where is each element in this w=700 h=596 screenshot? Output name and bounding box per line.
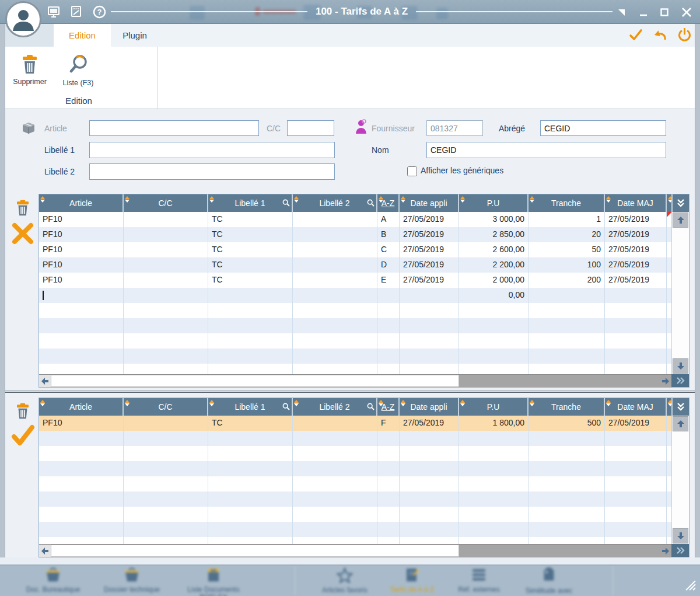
table-cell-lib1[interactable]	[208, 348, 293, 364]
table-cell-pu[interactable]	[459, 364, 528, 374]
collapse-columns-button[interactable]	[671, 194, 689, 212]
table-cell-lib1[interactable]	[208, 461, 293, 476]
table-cell-pu[interactable]	[459, 446, 528, 461]
table-cell-lib2[interactable]	[293, 273, 377, 288]
table-cell-cc[interactable]	[124, 537, 208, 544]
fournisseur-input[interactable]	[426, 120, 483, 136]
table-cell-lib2[interactable]	[293, 537, 377, 544]
table-row[interactable]	[39, 507, 671, 522]
table-cell-lib2[interactable]	[293, 364, 377, 374]
table-cell-article[interactable]: PF10	[39, 212, 124, 227]
column-header-cc[interactable]: C/C	[124, 398, 208, 416]
table-cell-az[interactable]	[377, 492, 400, 507]
close-button[interactable]	[679, 6, 694, 19]
table-cell-pu[interactable]	[459, 461, 528, 476]
table-cell-pu[interactable]: 3 000,00	[459, 212, 528, 227]
table-cell-cc[interactable]	[124, 348, 208, 364]
table-cell-date_maj[interactable]	[605, 507, 667, 522]
horizontal-scroll-thumb[interactable]	[51, 375, 459, 387]
table-cell-lib2[interactable]	[293, 212, 377, 227]
table-cell-az[interactable]: A	[377, 212, 400, 227]
table-cell-lib2[interactable]	[293, 288, 377, 303]
table-cell-date_maj[interactable]	[605, 522, 667, 537]
scroll-down-button[interactable]	[673, 528, 688, 543]
table-cell-lib2[interactable]	[293, 227, 377, 242]
column-header-article[interactable]: Article	[39, 398, 124, 416]
table-row[interactable]	[39, 364, 671, 374]
table-row[interactable]	[39, 446, 671, 461]
table-cell-lib1[interactable]: TC	[208, 212, 293, 227]
table-cell-cc[interactable]	[124, 476, 208, 492]
table-cell-lib2[interactable]	[293, 522, 377, 537]
user-avatar[interactable]	[5, 1, 41, 37]
table-cell-pu[interactable]	[459, 318, 528, 333]
table-cell-az[interactable]	[377, 537, 400, 544]
table-cell-az[interactable]: E	[377, 273, 400, 288]
table-cell-lib1[interactable]	[208, 431, 293, 446]
table-cell-lib1[interactable]	[208, 507, 293, 522]
table-cell-tranche[interactable]: 100	[528, 257, 605, 273]
table-cell-pu[interactable]: 2 000,00	[459, 273, 528, 288]
table-cell-date_maj[interactable]	[605, 461, 667, 476]
table-cell-az[interactable]	[377, 348, 400, 364]
tables-divider[interactable]	[5, 390, 695, 393]
table-cell-lib2[interactable]	[293, 416, 377, 431]
table-cell-cc[interactable]	[124, 303, 208, 318]
table-row[interactable]: PF10TCF27/05/20191 800,0050027/05/2019	[39, 416, 671, 431]
table-cell-tranche[interactable]	[528, 476, 605, 492]
table-cell-article[interactable]	[39, 431, 124, 446]
column-search-icon[interactable]	[282, 403, 290, 412]
table-cell-lib2[interactable]	[293, 242, 377, 257]
supprimer-button[interactable]: Supprimer	[6, 54, 53, 86]
table-cell-date_appli[interactable]: 27/05/2019	[400, 273, 459, 288]
scroll-up-button[interactable]	[673, 212, 688, 228]
table-cell-tranche[interactable]	[528, 364, 605, 374]
table-cell-date_appli[interactable]	[400, 303, 459, 318]
scroll-left-button[interactable]	[39, 375, 51, 387]
vertical-scrollbar[interactable]	[671, 212, 689, 374]
table-cell-date_appli[interactable]: 27/05/2019	[400, 416, 459, 431]
column-header-date_maj[interactable]: Date MAJ	[605, 398, 667, 416]
table-cell-lib1[interactable]: TC	[208, 257, 293, 273]
table-cell-lib2[interactable]	[293, 333, 377, 348]
table-cell-lib1[interactable]	[208, 333, 293, 348]
scroll-right-button[interactable]	[662, 375, 670, 387]
table-cell-tranche[interactable]	[528, 318, 605, 333]
table-cell-lib1[interactable]	[208, 476, 293, 492]
table-cell-date_maj[interactable]	[605, 492, 667, 507]
table-cell-date_maj[interactable]: 27/05/2019	[605, 227, 667, 242]
table-cell-cc[interactable]	[124, 318, 208, 333]
table-cell-tranche[interactable]: 50	[528, 242, 605, 257]
table-row[interactable]	[39, 492, 671, 507]
table-cell-az[interactable]: B	[377, 227, 400, 242]
table-row[interactable]	[39, 431, 671, 446]
table-cell-date_appli[interactable]	[400, 348, 459, 364]
column-header-tranche[interactable]: Tranche	[528, 398, 605, 416]
table-cell-az[interactable]	[377, 522, 400, 537]
table-cell-pu[interactable]	[459, 537, 528, 544]
column-header-lib2[interactable]: Libellé 2	[293, 194, 377, 212]
notes-icon[interactable]	[69, 5, 83, 19]
power-icon[interactable]	[677, 27, 692, 42]
maximize-button[interactable]	[657, 6, 672, 19]
table-cell-article[interactable]: PF10	[39, 416, 124, 431]
table-cell-cc[interactable]	[124, 227, 208, 242]
table-cell-az[interactable]	[377, 507, 400, 522]
table-cell-tranche[interactable]	[528, 348, 605, 364]
table-cell-date_appli[interactable]	[400, 364, 459, 374]
article-input[interactable]	[89, 120, 259, 136]
table-row[interactable]	[39, 318, 671, 333]
confirm-check-icon[interactable]	[10, 424, 36, 447]
table-cell-lib1[interactable]: TC	[208, 416, 293, 431]
scrollbar-corner-button[interactable]	[671, 544, 689, 557]
table-cell-date_maj[interactable]: 27/05/2019	[605, 242, 667, 257]
table-cell-date_maj[interactable]	[605, 364, 667, 374]
scroll-right-button[interactable]	[662, 545, 670, 557]
table-cell-az[interactable]	[377, 364, 400, 374]
scrollbar-corner-button[interactable]	[671, 374, 689, 387]
table-cell-pu[interactable]	[459, 476, 528, 492]
table-cell-lib1[interactable]	[208, 537, 293, 544]
table-row[interactable]	[39, 303, 671, 318]
table-cell-article[interactable]	[39, 461, 124, 476]
table-cell-az[interactable]: D	[377, 257, 400, 273]
